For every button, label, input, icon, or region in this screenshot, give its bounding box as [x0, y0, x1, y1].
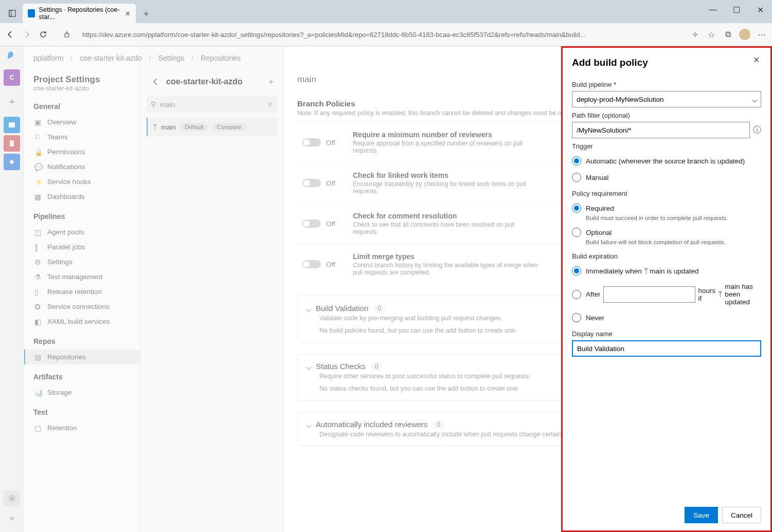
rail-item-repos[interactable]	[4, 135, 20, 152]
build-pipeline-dropdown[interactable]: deploy-prod-MyNewSolution	[572, 91, 761, 107]
repo-column: coe-starter-kit-azdo ＋ ⚲ main ✕ ᛘ main D…	[140, 46, 284, 532]
policy-requirement-label: Policy requirement	[572, 190, 761, 197]
sidebar-item-servicehooks[interactable]: ⚡Service hooks	[33, 174, 140, 189]
collapse-rail-button[interactable]: »	[4, 510, 20, 526]
sidebar-item-svcconn[interactable]: ✪Service connections	[33, 299, 140, 314]
path-filter-input[interactable]	[572, 122, 750, 138]
window-maximize[interactable]: ☐	[725, 0, 748, 20]
policy-optional-radio[interactable]: Optional	[572, 228, 761, 237]
repo-back-button[interactable]	[149, 75, 163, 89]
favorites-icon[interactable]: ☆	[706, 29, 716, 40]
sidebar-item-pipesettings[interactable]: ⚙Settings	[33, 254, 140, 269]
crumb-project[interactable]: coe-starter-kit-azdo	[80, 54, 142, 62]
group-test: Test	[33, 408, 140, 416]
group-pipelines: Pipelines	[33, 212, 140, 221]
repo-icon: ▤	[34, 353, 43, 361]
profile-avatar[interactable]	[739, 29, 750, 40]
trigger-automatic-radio[interactable]: Automatic (whenever the source branch is…	[572, 156, 761, 166]
close-panel-button[interactable]: ✕	[753, 55, 763, 65]
tracking-icon[interactable]: ✧	[690, 29, 700, 40]
cancel-button[interactable]: Cancel	[722, 507, 761, 523]
sidebar-item-storage[interactable]: 📊Storage	[33, 385, 140, 400]
close-tab-icon[interactable]: ✕	[125, 10, 131, 17]
new-tab-button[interactable]: ＋	[138, 5, 154, 22]
panel-title: Add build policy	[572, 57, 761, 68]
expire-after-hours-radio[interactable]: After hours if ᛘ main has been updated	[572, 283, 761, 306]
pool-icon: ◫	[34, 228, 43, 236]
back-button[interactable]	[5, 29, 15, 40]
path-filter-label: Path filter (optional)	[572, 112, 761, 119]
sidebar-item-notifications[interactable]: 💬Notifications	[33, 159, 140, 174]
project-settings-button[interactable]	[4, 490, 20, 507]
parallel-icon: ‖	[34, 243, 43, 251]
branch-row-main[interactable]: ᛘ main Default Compare	[147, 118, 277, 136]
hours-input[interactable]	[603, 286, 696, 303]
display-name-label: Display name	[572, 330, 761, 338]
tab-actions-button[interactable]	[4, 5, 21, 22]
sidebar-item-testmgmt[interactable]: ⚗Test management	[33, 269, 140, 284]
sidebar-item-agentpools[interactable]: ◫Agent pools	[33, 225, 140, 240]
branch-filter-input[interactable]: ⚲ main ✕	[147, 96, 277, 113]
rail-add-button[interactable]: ＋	[4, 93, 20, 109]
dashboards-icon: ▦	[34, 193, 43, 201]
sidebar-item-repositories[interactable]: ▤Repositories	[24, 350, 140, 364]
expire-never-radio[interactable]: Never	[572, 313, 761, 322]
add-branch-button[interactable]: ＋	[267, 77, 275, 87]
crumb-settings[interactable]: Settings	[158, 54, 185, 62]
browser-tab[interactable]: Settings · Repositories (coe-star... ✕	[23, 4, 136, 23]
expire-immediately-radio[interactable]: Immediately when ᛘ main is updated	[572, 266, 761, 276]
browser-menu-icon[interactable]: ⋯	[757, 29, 767, 40]
address-bar[interactable]: https://dev.azure.com/pplatform/coe-star…	[78, 27, 684, 42]
trigger-label: Trigger	[572, 142, 761, 150]
tab-title: Settings · Repositories (coe-star...	[39, 6, 121, 21]
save-button[interactable]: Save	[685, 507, 718, 523]
collections-icon[interactable]: ⧉	[723, 29, 733, 40]
chevron-down-icon	[307, 362, 311, 371]
branch-icon: ᛘ	[153, 123, 157, 131]
left-rail: C ＋ »	[0, 46, 24, 532]
lock-icon: 🔒	[34, 148, 43, 156]
sidebar-item-paralleljobs[interactable]: ‖Parallel jobs	[33, 240, 140, 254]
overview-icon: ▣	[34, 118, 43, 126]
sidebar-item-xaml[interactable]: ◧XAML build services	[33, 314, 140, 329]
add-build-policy-panel: ✕ Add build policy Build pipeline * depl…	[561, 46, 772, 532]
sidebar-item-permissions[interactable]: 🔒Permissions	[33, 144, 140, 159]
group-repos: Repos	[33, 337, 140, 345]
toggle-comment-resolution[interactable]	[302, 219, 321, 228]
forward-button[interactable]	[22, 29, 32, 40]
window-minimize[interactable]: —	[701, 0, 725, 20]
clear-filter-icon[interactable]: ✕	[267, 100, 273, 108]
toggle-linked-items[interactable]	[302, 179, 321, 187]
project-name: coe-starter-kit-azdo	[33, 85, 140, 92]
sidebar-item-dashboards[interactable]: ▦Dashboards	[33, 189, 140, 204]
site-info-icon[interactable]	[62, 29, 72, 40]
release-icon: ▯	[34, 288, 43, 296]
sidebar-item-teams[interactable]: ⚐Teams	[33, 130, 140, 144]
sidebar-item-retention[interactable]: ▢Retention	[33, 420, 140, 435]
trigger-manual-radio[interactable]: Manual	[572, 173, 761, 182]
project-avatar[interactable]: C	[4, 69, 20, 86]
svg-rect-2	[65, 34, 69, 37]
crumb-repositories: Repositories	[201, 54, 241, 62]
sidebar-item-release[interactable]: ▯Release retention	[33, 284, 140, 299]
rail-item-boards[interactable]	[4, 117, 20, 133]
chat-icon: 💬	[34, 163, 43, 171]
rail-item-pipelines[interactable]	[4, 154, 20, 170]
policy-required-radio[interactable]: Required	[572, 204, 761, 213]
sidebar-item-overview[interactable]: ▣Overview	[33, 115, 140, 130]
settings-sidebar: Project Settings coe-starter-kit-azdo Ge…	[24, 46, 140, 532]
refresh-button[interactable]	[38, 29, 48, 40]
azure-devops-logo[interactable]	[6, 50, 18, 63]
toggle-min-reviewers[interactable]	[302, 138, 321, 146]
window-close[interactable]: ✕	[748, 0, 772, 20]
chevron-down-icon	[753, 96, 757, 103]
crumb-org[interactable]: pplatform	[33, 54, 63, 62]
repo-name: coe-starter-kit-azdo	[166, 77, 264, 86]
svg-point-4	[11, 498, 13, 500]
toggle-merge-types[interactable]	[302, 260, 321, 268]
storage-icon: 📊	[34, 389, 43, 397]
flask-icon: ⚗	[34, 273, 43, 281]
group-general: General	[33, 102, 140, 111]
display-name-input[interactable]	[572, 340, 761, 357]
info-icon[interactable]: ⓘ	[753, 125, 761, 136]
